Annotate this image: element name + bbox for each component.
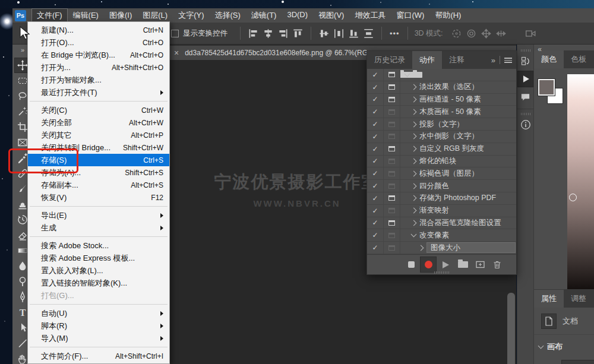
file-menu-item[interactable]: 自动(U) [28,307,169,319]
file-menu-item[interactable]: 搜索 Adobe Express 模板... [28,252,169,264]
expand-right-icon[interactable] [411,195,417,201]
file-menu-item[interactable]: 恢复(V)F12 [28,191,169,204]
expand-down-icon[interactable] [411,232,417,238]
action-row[interactable]: ✓投影（文字） [367,118,516,131]
action-check-icon[interactable]: ✓ [367,243,383,252]
file-menu-item[interactable]: 搜索 Adobe Stock... [28,239,169,252]
file-menu-item[interactable]: 打开(O)...Ctrl+O [28,36,169,49]
expand-right-icon[interactable] [411,97,417,103]
file-menu-item[interactable]: 打开为智能对象... [28,74,169,86]
align-right-icon[interactable] [277,28,289,39]
action-dialog-toggle[interactable] [383,122,400,127]
panel-menu-icon[interactable] [504,58,512,63]
file-menu-item[interactable]: 置入嵌入对象(L)... [28,264,169,277]
foreground-color-swatch[interactable] [538,79,555,96]
expand-right-icon[interactable] [411,183,417,189]
action-dialog-toggle[interactable] [383,208,400,213]
file-menu-item[interactable]: 新建(N)...Ctrl+N [28,24,169,36]
align-horizontal-center-icon[interactable] [263,28,274,39]
menubar-item[interactable]: 视图(V) [313,8,349,23]
action-check-icon[interactable]: ✓ [367,207,383,215]
action-row[interactable]: ✓存储为 Photoshop PDF [367,192,516,205]
action-dialog-toggle[interactable] [383,109,400,115]
file-menu-item[interactable]: 关闭全部Alt+Ctrl+W [28,116,169,129]
tab-注释[interactable]: 注释 [442,51,472,69]
dock-gripper[interactable] [521,113,530,115]
action-dialog-toggle[interactable] [383,171,400,176]
action-row[interactable]: ✓木质画框 - 50 像素 [367,106,516,118]
align-bottom-icon[interactable] [348,28,359,39]
tab-属性[interactable]: 属性 [534,290,564,308]
action-dialog-toggle[interactable] [383,134,400,139]
action-check-icon[interactable]: ✓ [367,169,383,178]
file-menu-item[interactable]: 导出(E) [28,209,169,221]
distribute-vertical-icon[interactable] [363,28,374,39]
expand-right-icon[interactable] [411,109,417,115]
canvas-section-header[interactable]: 画布 [539,341,594,352]
action-row[interactable]: ✓棕褐色调（图层） [367,167,516,180]
action-check-icon[interactable]: ✓ [367,83,383,91]
action-row[interactable]: ✓淡出效果（选区） [367,81,516,94]
action-check-icon[interactable]: ✓ [367,71,383,79]
notes-panel-icon[interactable] [517,88,533,105]
action-check-icon[interactable]: ✓ [367,145,383,153]
file-menu-item[interactable]: 脚本(R) [28,319,169,332]
action-row[interactable]: ✓渐变映射 [367,205,516,217]
tab-调整[interactable]: 调整 [564,290,593,308]
show-transform-checkbox[interactable] [171,30,179,37]
action-check-icon[interactable]: ✓ [367,231,383,239]
new-action-button[interactable] [472,257,488,273]
expand-right-icon[interactable] [411,170,417,176]
file-menu-item[interactable]: 存储副本...Alt+Ctrl+S [28,179,169,191]
menubar-item[interactable]: 滤镜(T) [246,8,282,23]
expand-right-icon[interactable] [411,121,417,127]
action-dialog-toggle[interactable] [383,97,400,102]
menubar-item[interactable]: 编辑(E) [68,8,104,23]
menubar-item[interactable]: 帮助(H) [429,8,466,23]
action-row[interactable]: ✓自定义 RGB 到灰度 [367,143,516,156]
menubar-item[interactable]: 图像(I) [104,8,137,23]
stop-button[interactable] [403,257,419,273]
action-dialog-toggle[interactable] [383,233,400,238]
menubar-item[interactable]: 窗口(W) [391,8,429,23]
action-row[interactable]: ✓水中倒影（文字） [367,131,516,143]
align-top-icon[interactable] [292,28,304,39]
expand-right-icon[interactable] [411,208,417,214]
history-panel-icon[interactable] [517,53,533,69]
delete-button[interactable] [489,257,505,273]
action-dialog-toggle[interactable] [383,220,400,226]
toolbar-expand-icon[interactable]: » [21,45,24,54]
color-picker-marker[interactable] [569,194,577,201]
menubar-item[interactable]: 文件(F) [31,8,68,23]
menubar-item[interactable]: 增效工具 [349,8,391,23]
dock-collapse-icon[interactable]: « [538,45,542,53]
action-dialog-toggle[interactable] [383,183,400,189]
expand-right-icon[interactable] [418,245,424,251]
menubar-item[interactable]: 图层(L) [137,8,173,23]
menubar-item[interactable]: 文字(Y) [173,8,209,23]
action-row[interactable]: ✓改变像素 [367,229,516,242]
tab-动作[interactable]: 动作 [412,51,442,69]
action-check-icon[interactable]: ✓ [367,120,383,128]
dock-gripper[interactable] [521,49,530,52]
action-check-icon[interactable]: ✓ [367,107,383,116]
file-menu-item[interactable]: 置入链接的智能对象(K)... [28,277,169,289]
expand-right-icon[interactable] [411,134,417,140]
file-menu-item[interactable]: 生成 [28,221,169,234]
action-row[interactable]: ✓混合器画笔克隆绘图设置 [367,217,516,230]
menubar-item[interactable]: 选择(S) [209,8,245,23]
file-menu-item[interactable]: 打开为...Alt+Shift+Ctrl+O [28,61,169,74]
action-row[interactable]: ✓画框通道 - 50 像素 [367,94,516,106]
action-dialog-toggle[interactable] [383,72,400,77]
record-button[interactable] [420,257,437,273]
vertical-scrollbar[interactable] [507,293,515,364]
action-check-icon[interactable]: ✓ [367,157,383,165]
action-check-icon[interactable]: ✓ [367,194,383,202]
expand-right-icon[interactable] [411,84,417,90]
action-row[interactable]: ✓熔化的铅块 [367,156,516,168]
file-menu-item[interactable]: 在 Bridge 中浏览(B)...Alt+Ctrl+O [28,49,169,61]
align-vertical-center-icon[interactable] [318,28,330,39]
file-menu-item[interactable]: 文件简介(F)...Alt+Shift+Ctrl+I [28,350,169,362]
action-check-icon[interactable]: ✓ [367,95,383,103]
expand-right-icon[interactable] [411,220,417,226]
